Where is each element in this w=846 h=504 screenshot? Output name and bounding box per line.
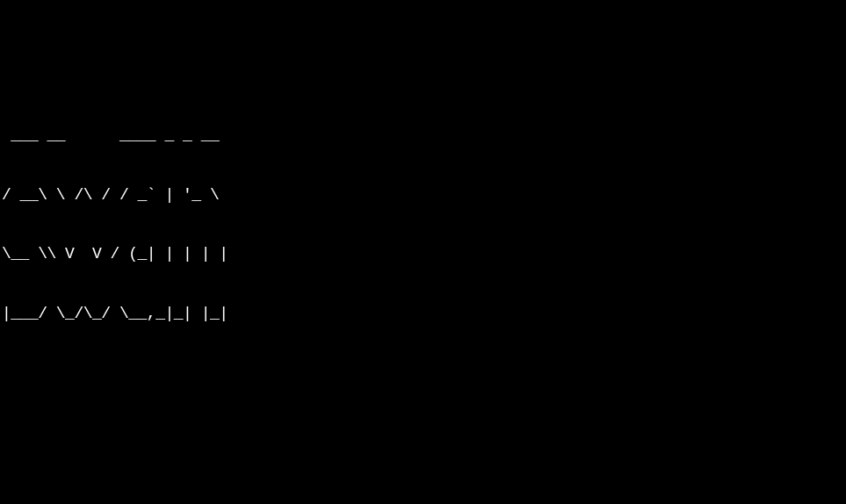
ascii-art-line-1: ___ __ ____ _ _ __ [2,126,844,145]
ascii-art-line-3: \__ \\ V V / (_| | | | | [2,245,844,263]
terminal-window[interactable]: ___ __ ____ _ _ __ / __\ \ /\ / / _` | '… [0,83,846,504]
ascii-art-line-2: / __\ \ /\ / / _` | '_ \ [2,186,844,205]
ascii-art-line-4: |___/ \_/\_/ \__,_|_| |_| [2,305,844,323]
